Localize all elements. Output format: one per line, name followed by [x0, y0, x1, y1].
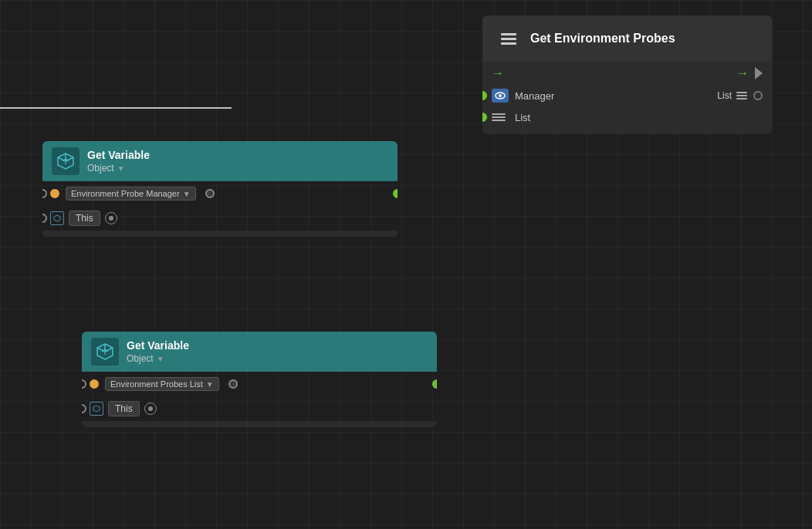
cube-small-icon	[50, 211, 64, 225]
node1-variable-row: Environment Probe Manager ▼	[42, 181, 398, 206]
node2-this-pin	[144, 403, 157, 415]
node1-left-pin	[42, 189, 47, 198]
get-variable-node-1: Get Variable Object ▼ Environment Probe …	[42, 141, 398, 237]
node2-header: Get Variable Object ▼	[82, 332, 437, 372]
node1-header: Get Variable Object ▼	[42, 141, 398, 181]
manager-right: List	[717, 90, 763, 101]
list-icon	[495, 25, 523, 52]
list-right-label: List	[717, 90, 732, 101]
node2-variable-dropdown[interactable]: Environment Probes List ▼	[105, 377, 219, 391]
node1-icon	[52, 147, 80, 175]
node2-variable-row: Environment Probes List ▼	[82, 372, 437, 396]
node2-this-label: This	[108, 401, 140, 416]
node2-left-pin	[82, 379, 86, 389]
list-in-pin	[482, 113, 487, 122]
cube-small-icon2	[90, 402, 103, 416]
exec-out-pin	[755, 67, 763, 79]
node1-orange-pin	[50, 189, 59, 198]
node1-header-text: Get Variable Object ▼	[87, 149, 150, 174]
node2-gray-pin	[228, 379, 238, 389]
node1-footer	[42, 231, 398, 237]
exec-out-arrow: →	[736, 66, 749, 80]
get-variable-node-2: Get Variable Object ▼ Environment Probes…	[82, 332, 437, 427]
node-footer	[482, 128, 772, 134]
get-env-probes-node: Get Environment Probes → → Manager List	[482, 15, 772, 134]
node2-orange-pin	[90, 379, 99, 389]
node1-this-pin	[105, 212, 117, 224]
svg-marker-12	[54, 215, 60, 221]
dropdown-arrow: ▼	[183, 190, 191, 198]
node1-gray-pin	[205, 189, 215, 198]
node2-title: Get Variable	[127, 339, 189, 352]
dropdown-arrow2: ▼	[206, 380, 214, 389]
node1-subtitle: Object ▼	[87, 163, 150, 174]
node2-variable-name: Environment Probes List	[110, 379, 203, 389]
node1-variable-dropdown[interactable]: Environment Probe Manager ▼	[66, 187, 196, 200]
node1-this-label: This	[69, 211, 100, 226]
node2-footer	[82, 421, 437, 427]
node2-icon	[91, 338, 119, 366]
exec-row: → →	[482, 62, 772, 85]
subtitle-arrow2: ▼	[157, 355, 164, 363]
node-title: Get Environment Probes	[530, 32, 675, 45]
manager-label: Manager	[515, 90, 717, 102]
node2-this-row: This	[82, 396, 437, 421]
node2-subtitle: Object ▼	[127, 353, 189, 364]
subtitle-arrow: ▼	[117, 164, 125, 173]
manager-out-pin	[753, 91, 763, 100]
list-icon-row	[492, 110, 509, 124]
manager-icon	[492, 89, 509, 103]
manager-in-pin	[482, 91, 487, 100]
get-env-probes-header: Get Environment Probes	[482, 15, 772, 62]
svg-marker-17	[93, 406, 100, 412]
exec-in-arrow: →	[492, 66, 504, 80]
svg-point-7	[499, 94, 502, 97]
list-row: List	[482, 106, 772, 128]
list-label: List	[515, 112, 763, 123]
node1-this-row: This	[42, 206, 398, 231]
manager-row: Manager List	[482, 85, 772, 106]
node2-this-left-pin	[82, 404, 86, 413]
node1-variable-name: Environment Probe Manager	[71, 189, 180, 198]
node1-title: Get Variable	[87, 149, 150, 162]
node2-out-pin	[432, 379, 437, 389]
node2-header-text: Get Variable Object ▼	[127, 339, 189, 365]
node1-this-left-pin	[42, 214, 47, 223]
node1-out-pin	[393, 189, 398, 198]
